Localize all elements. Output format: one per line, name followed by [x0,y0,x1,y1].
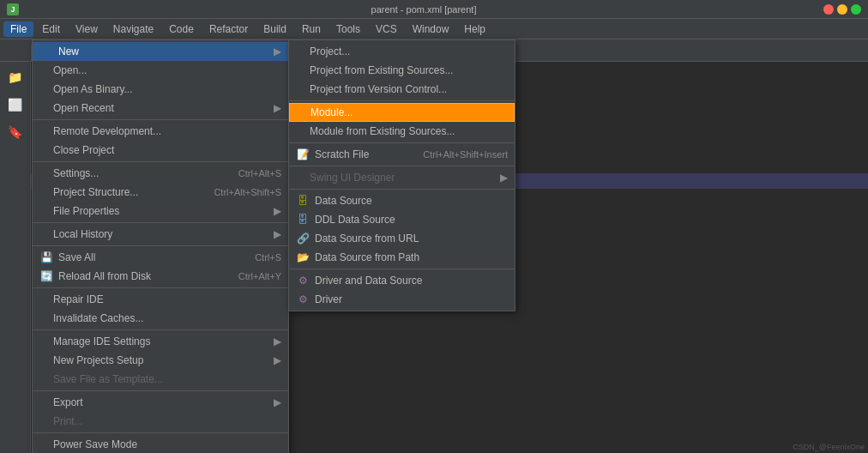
menu-vcs[interactable]: VCS [369,21,404,37]
menu-item-remote[interactable]: Remote Development... [33,122,288,141]
menu-help[interactable]: Help [457,21,492,37]
menu-item-close-project[interactable]: Close Project [33,141,288,160]
arrow-icon-manage: ▶ [274,335,281,347]
separator-1 [33,119,288,120]
separator-4 [33,245,288,246]
submenu-project-existing[interactable]: Project from Existing Sources... [289,61,515,80]
submenu-driver[interactable]: ⚙ Driver [289,290,515,309]
menu-item-print[interactable]: Print... [33,412,288,431]
path-icon: 📂 [296,251,310,264]
submenu-datasource[interactable]: 🗄 Data Source [289,191,515,210]
driver-ds-icon: ⚙ [296,274,310,287]
reload-icon: 🔄 [39,269,53,283]
menu-item-reload[interactable]: 🔄 Reload All from Disk Ctrl+Alt+Y [33,267,288,286]
menu-build[interactable]: Build [256,21,293,37]
separator-2 [33,161,288,162]
submenu-swing[interactable]: Swing UI Designer ▶ [289,168,515,187]
separator-6 [33,329,288,330]
ddl-icon: 🗄 [296,213,310,226]
title-bar-text: parent - pom.xml [parent] [24,4,823,15]
separator-5 [33,287,288,288]
menu-item-open[interactable]: Open... [33,61,288,80]
submenu-scratch[interactable]: 📝 Scratch File Ctrl+Alt+Shift+Insert [289,145,515,164]
menu-view[interactable]: View [69,21,105,37]
sidebar-project-icon[interactable]: 📁 [3,65,27,89]
menu-tools[interactable]: Tools [329,21,367,37]
arrow-icon-history: ▶ [274,228,281,240]
menu-item-save-template[interactable]: Save File as Template... [33,370,288,389]
menu-item-open-recent[interactable]: Open Recent ▶ [33,99,288,118]
arrow-icon-props: ▶ [274,205,281,217]
submenu-datasource-url[interactable]: 🔗 Data Source from URL [289,229,515,248]
title-bar: J parent - pom.xml [parent] [0,0,868,19]
menu-navigate[interactable]: Navigate [106,21,160,37]
file-dropdown: New ▶ Open... Open As Binary... Open Rec… [32,39,289,453]
menu-item-project-structure[interactable]: Project Structure... Ctrl+Alt+Shift+S [33,183,288,202]
menu-item-invalidate[interactable]: Invalidate Caches... [33,309,288,328]
arrow-icon: ▶ [274,45,281,57]
separator-7 [33,390,288,391]
submenu-ddl-datasource[interactable]: 🗄 DDL Data Source [289,210,515,229]
new-icon [39,45,53,58]
separator-8 [33,432,288,433]
submenu-driver-datasource[interactable]: ⚙ Driver and Data Source [289,271,515,290]
menu-item-file-properties[interactable]: File Properties ▶ [33,202,288,220]
menu-file[interactable]: File [3,21,33,37]
arrow-icon-export: ▶ [274,396,281,408]
separator-3 [33,222,288,223]
submenu-module-existing[interactable]: Module from Existing Sources... [289,122,515,141]
arrow-icon-recent: ▶ [274,102,281,114]
minimize-button[interactable] [837,4,847,15]
watermark: CSDN_@FeenixOne [793,443,865,451]
sidebar-bookmark-icon[interactable]: 🔖 [3,120,27,144]
driver-icon: ⚙ [296,293,310,306]
datasource-icon: 🗄 [296,194,310,208]
menu-item-power-save[interactable]: Power Save Mode [33,435,288,453]
sidebar: 📁 ⬜ 🔖 [0,62,31,453]
menu-item-manage-ide[interactable]: Manage IDE Settings ▶ [33,332,288,351]
menu-item-repair[interactable]: Repair IDE [33,290,288,309]
new-submenu: Project... Project from Existing Sources… [288,39,515,311]
menu-item-export[interactable]: Export ▶ [33,393,288,412]
close-button[interactable] [823,4,834,15]
new-sep-5 [289,269,515,269]
menu-item-settings[interactable]: Settings... Ctrl+Alt+S [33,164,288,183]
menu-item-local-history[interactable]: Local History ▶ [33,225,288,244]
save-icon: 💾 [39,251,53,264]
app-icon: J [7,3,19,15]
arrow-icon-newproj: ▶ [274,354,281,366]
menu-code[interactable]: Code [162,21,201,37]
menu-item-open-binary[interactable]: Open As Binary... [33,80,288,99]
url-icon: 🔗 [296,232,310,245]
menu-run[interactable]: Run [295,21,328,37]
menu-item-new-projects[interactable]: New Projects Setup ▶ [33,351,288,370]
new-sep-4 [289,189,515,190]
maximize-button[interactable] [851,4,861,15]
menu-refactor[interactable]: Refactor [202,21,255,37]
menu-window[interactable]: Window [406,21,456,37]
menu-item-new[interactable]: New ▶ [33,42,288,61]
submenu-module[interactable]: Module... [289,103,515,122]
arrow-icon-swing: ▶ [500,172,508,184]
submenu-project-vcs[interactable]: Project from Version Control... [289,80,515,99]
new-sep-2 [289,142,515,143]
submenu-datasource-path[interactable]: 📂 Data Source from Path [289,248,515,267]
new-sep-1 [289,100,515,101]
title-bar-controls [823,4,861,15]
menu-bar: File Edit View Navigate Code Refactor Bu… [0,19,868,39]
menu-item-save-all[interactable]: 💾 Save All Ctrl+S [33,248,288,267]
sidebar-structure-icon[interactable]: ⬜ [3,93,27,117]
scratch-icon: 📝 [296,148,310,161]
submenu-project[interactable]: Project... [289,42,515,61]
menu-edit[interactable]: Edit [35,21,67,37]
new-sep-3 [289,166,515,166]
